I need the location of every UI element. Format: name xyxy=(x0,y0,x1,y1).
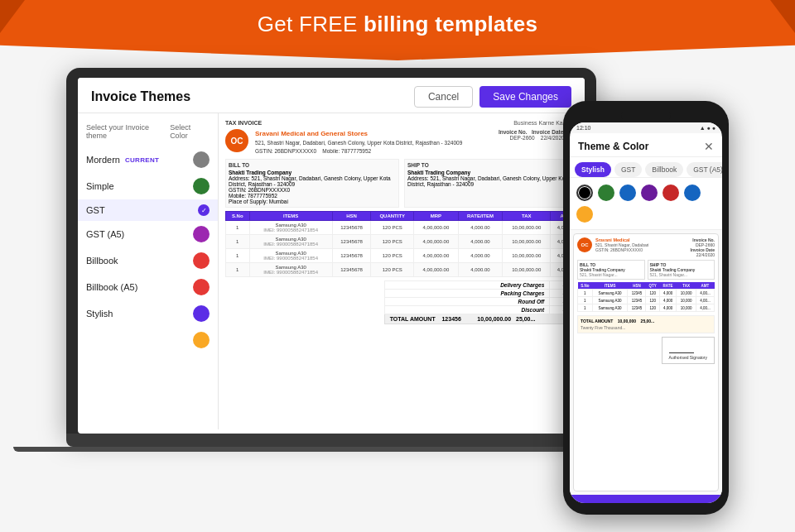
theme-name-billbook: Billbook xyxy=(86,256,118,266)
company-mobile: Mobile: 7877775952 xyxy=(322,148,371,154)
theme-item-stylish[interactable]: Stylish xyxy=(78,300,218,327)
bill-ship-row: BILL TO Shakti Trading Company Address: … xyxy=(225,159,578,208)
cell-sno: 1 xyxy=(226,234,250,248)
palette-red[interactable] xyxy=(662,185,679,201)
table-row: 1 Samsung A30IMEI: 990005882471854 12345… xyxy=(226,248,578,262)
palette-yellow[interactable] xyxy=(576,206,593,223)
phone-close-button[interactable]: ✕ xyxy=(704,140,714,153)
bill-company: Shakti Trading Company xyxy=(229,170,396,175)
table-row: 1 Samsung A30IMEI: 990005882471854 12345… xyxy=(226,234,578,248)
screen-body: Select your Invoice theme Select Color M… xyxy=(78,113,585,429)
phone-table-row: 1 Samsung A30 12345 120 4,000 10,000 4,0… xyxy=(578,297,715,304)
phone-status-icons: ▲ ● ● xyxy=(700,125,716,131)
phone-inv-logo: OC xyxy=(577,237,592,252)
phone-col-amt: AMT xyxy=(696,282,714,290)
tab-stylish[interactable]: Stylish xyxy=(575,162,611,177)
palette-purple[interactable] xyxy=(641,185,658,201)
color-dot-stylish[interactable] xyxy=(193,305,210,322)
cell-item: Samsung A30IMEI: 990005882471854 xyxy=(249,262,332,276)
theme-badge-mordern: CURRENT xyxy=(125,156,159,164)
cell-item: Samsung A30IMEI: 990005882471854 xyxy=(249,234,332,248)
banner-text-bold: billing templates xyxy=(364,12,537,36)
bill-address: Address: 521, Shastri Nagar, Dadabari, G… xyxy=(229,175,396,187)
bill-to-block: BILL TO Shakti Trading Company Address: … xyxy=(225,159,399,208)
phone-col-tax: TAX xyxy=(677,282,696,290)
cancel-button[interactable]: Cancel xyxy=(414,86,473,108)
phone-inv-inner: OC Sravani Medical 521, Shastri Nagar, D… xyxy=(573,233,719,491)
laptop-device: Invoice Themes Cancel Save Changes Selec… xyxy=(66,68,596,452)
theme-item-simple[interactable]: Simple xyxy=(78,173,218,199)
tab-gst[interactable]: GST xyxy=(614,162,642,177)
cell-mrp: 4,00,000.00 xyxy=(414,262,458,276)
theme-check-gst: ✓ xyxy=(198,204,210,216)
save-changes-button[interactable]: Save Changes xyxy=(479,86,571,108)
ship-address: Address: 521, Shastri Nagar, Dadabari, G… xyxy=(407,175,575,187)
phone-tabs: Stylish GST Billbook GST (A5) Bill xyxy=(570,157,722,178)
cell-sno: 1 xyxy=(226,248,250,262)
cell-mrp: 4,00,000.00 xyxy=(414,220,458,234)
theme-name-stylish: Stylish xyxy=(86,309,113,319)
phone-col-rate: RATE xyxy=(659,282,676,290)
phone-inv-auth-sig: Authorised Signatory xyxy=(669,355,707,360)
phone-inv-sign-area: Authorised Signatory xyxy=(577,337,715,364)
laptop-outer: Invoice Themes Cancel Save Changes Selec… xyxy=(66,68,596,434)
theme-item-extra[interactable] xyxy=(78,327,218,353)
cell-rate: 4,000.00 xyxy=(458,234,503,248)
sidebar-color-label: Select Color xyxy=(170,123,210,140)
palette-green[interactable] xyxy=(598,185,614,201)
theme-item-billbook-a5[interactable]: Billbook (A5) xyxy=(78,274,218,300)
charge-row: Delivery Charges - xyxy=(384,280,577,289)
palette-blue[interactable] xyxy=(619,185,636,201)
color-dot-gst-a5[interactable] xyxy=(193,226,210,242)
phone-bill-block: BILL TO Shakti Trading Company 521, Shas… xyxy=(577,260,645,280)
cell-tax: 10,00,000.00 xyxy=(503,234,551,248)
color-dot-simple[interactable] xyxy=(193,178,210,194)
ship-to-label: SHIP TO xyxy=(407,162,575,168)
screen-header: Invoice Themes Cancel Save Changes xyxy=(78,78,585,113)
phone-col-item: ITEMS xyxy=(592,282,628,290)
theme-item-mordern[interactable]: Mordern CURRENT xyxy=(78,146,218,173)
main-area: Invoice Themes Cancel Save Changes Selec… xyxy=(0,60,795,523)
charge-packing-label: Packing Charges xyxy=(384,289,550,297)
tab-gst-a5[interactable]: GST (A5) xyxy=(687,162,722,177)
theme-item-gst[interactable]: GST ✓ xyxy=(78,199,218,221)
phone-inv-signature: Authorised Signatory xyxy=(662,337,715,364)
invoice-preview: TAX INVOICE Business Karne Ka Naya OC Sr… xyxy=(219,113,585,429)
laptop-base xyxy=(66,434,596,447)
phone-inv-details: Invoice No. DEP-2660 Invoice Date 22/4/2… xyxy=(691,237,715,257)
phone-modal-title: Theme & Color xyxy=(578,141,648,152)
cell-hsn: 12345678 xyxy=(332,248,370,262)
theme-left-gst-a5: GST (A5) xyxy=(86,229,124,239)
col-tax: TAX xyxy=(503,211,551,220)
company-info: Sravani Medical and General Stores 521, … xyxy=(255,129,462,156)
theme-left-gst: GST xyxy=(86,205,105,215)
col-hsn: HSN xyxy=(332,211,370,220)
cell-sno: 1 xyxy=(226,262,250,276)
charges-table: Delivery Charges - Packing Charges - Rou… xyxy=(384,280,578,324)
palette-blue2[interactable] xyxy=(684,185,701,201)
theme-item-gst-a5[interactable]: GST (A5) xyxy=(78,221,218,247)
phone-device: 12:10 ▲ ● ● Theme & Color ✕ Stylish GST … xyxy=(563,101,729,515)
cell-tax: 10,00,000.00 xyxy=(503,220,551,234)
tab-billbook[interactable]: Billbook xyxy=(645,162,683,177)
bill-gstin: GSTIN: 26BDNPXXXXX0 xyxy=(229,187,396,193)
phone-inv-header: OC Sravani Medical 521, Shastri Nagar, D… xyxy=(577,237,715,257)
charge-row: Discount - xyxy=(384,305,577,314)
theme-name-simple: Simple xyxy=(86,181,114,191)
color-dot-mordern[interactable] xyxy=(193,151,210,168)
color-dot-billbook[interactable] xyxy=(193,252,210,269)
charge-delivery-label: Delivery Charges xyxy=(384,280,550,289)
banner-text: Get FREE billing templates xyxy=(258,12,538,36)
cell-mrp: 4,00,000.00 xyxy=(414,234,458,248)
invoice-table: S.No ITEMS HSN QUANTITY MRP RATE/ITEM TA… xyxy=(225,211,578,277)
palette-black[interactable] xyxy=(576,185,593,201)
color-dot-extra[interactable] xyxy=(193,332,210,348)
invoice-charges-section: Delivery Charges - Packing Charges - Rou… xyxy=(225,280,578,324)
theme-name-billbook-a5: Billbook (A5) xyxy=(86,282,137,292)
theme-item-billbook[interactable]: Billbook xyxy=(78,247,218,274)
theme-left-billbook-a5: Billbook (A5) xyxy=(86,282,137,292)
color-dot-billbook-a5[interactable] xyxy=(193,279,210,295)
bill-to-label: BILL TO xyxy=(229,162,396,168)
col-mrp: MRP xyxy=(414,211,458,220)
phone-save-button[interactable]: Save xyxy=(570,495,722,503)
